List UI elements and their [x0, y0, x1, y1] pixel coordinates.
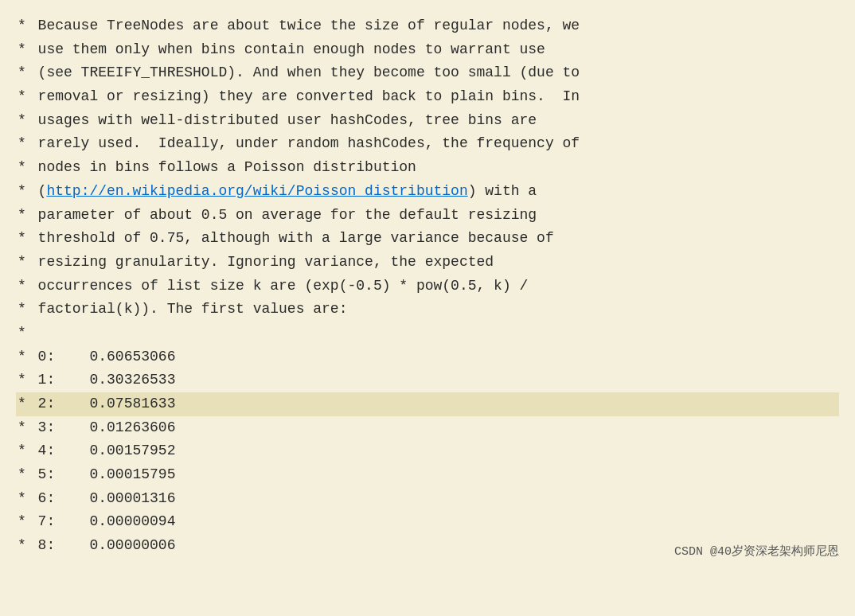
bottom-label: CSDN @40岁资深老架构师尼恩	[674, 543, 839, 563]
line-content: 2: 0.07581633	[29, 392, 176, 416]
code-line: * usages with well-distributed user hash…	[16, 109, 839, 133]
line-content: nodes in bins follows a Poisson distribu…	[29, 156, 416, 180]
code-line: * Because TreeNodes are about twice the …	[16, 14, 839, 38]
code-line: * 1: 0.30326533	[16, 368, 839, 392]
poisson-link[interactable]: http://en.wikipedia.org/wiki/Poisson_dis…	[46, 183, 467, 199]
code-line: * removal or resizing) they are converte…	[16, 85, 839, 109]
code-line: * factorial(k)). The first values are:	[16, 298, 839, 322]
line-star: *	[18, 392, 26, 416]
code-line: * rarely used. Ideally, under random has…	[16, 132, 839, 156]
line-star: *	[18, 14, 26, 38]
line-star: *	[18, 322, 26, 345]
line-star: *	[18, 275, 26, 298]
code-line: * 4: 0.00157952	[16, 439, 839, 463]
code-line: * 0: 0.60653066	[16, 345, 839, 369]
code-block: * Because TreeNodes are about twice the …	[0, 0, 855, 572]
line-content: use them only when bins contain enough n…	[29, 38, 545, 62]
line-content: factorial(k)). The first values are:	[29, 298, 348, 322]
code-line: * 6: 0.00001316	[16, 487, 839, 511]
line-star: *	[18, 534, 26, 558]
line-star: *	[18, 416, 26, 440]
line-star: *	[18, 85, 26, 109]
code-line: * resizing granularity. Ignoring varianc…	[16, 251, 839, 275]
line-star: *	[18, 156, 26, 180]
line-content: 8: 0.00000006	[29, 534, 176, 558]
line-content: 3: 0.01263606	[29, 416, 176, 440]
line-content: (see TREEIFY_THRESHOLD). And when they b…	[29, 61, 580, 85]
line-content: removal or resizing) they are converted …	[29, 85, 580, 109]
code-line: *	[16, 322, 839, 345]
code-line: * (see TREEIFY_THRESHOLD). And when they…	[16, 61, 839, 85]
line-star: *	[18, 180, 26, 204]
line-content: parameter of about 0.5 on average for th…	[29, 204, 537, 228]
line-star: *	[18, 204, 26, 228]
line-star: *	[18, 132, 26, 156]
code-line: * use them only when bins contain enough…	[16, 38, 839, 62]
line-star: *	[18, 251, 26, 275]
line-content: resizing granularity. Ignoring variance,…	[29, 251, 494, 275]
line-star: *	[18, 439, 26, 463]
line-star: *	[18, 368, 26, 392]
code-line: * occurrences of list size k are (exp(-0…	[16, 275, 839, 298]
line-star: *	[18, 463, 26, 487]
code-line: * (http://en.wikipedia.org/wiki/Poisson_…	[16, 180, 839, 204]
line-content: 7: 0.00000094	[29, 510, 176, 534]
line-star: *	[18, 61, 26, 85]
line-content: 4: 0.00157952	[29, 439, 176, 463]
line-content: rarely used. Ideally, under random hashC…	[29, 132, 580, 156]
line-star: *	[18, 510, 26, 534]
line-star: *	[18, 109, 26, 133]
line-content: Because TreeNodes are about twice the si…	[29, 14, 580, 38]
code-line: * 2: 0.07581633	[16, 392, 839, 416]
line-star: *	[18, 227, 26, 251]
line-content: 0: 0.60653066	[29, 345, 176, 369]
line-content: 1: 0.30326533	[29, 368, 176, 392]
line-content: 5: 0.00015795	[29, 463, 176, 487]
line-star: *	[18, 345, 26, 369]
line-content: usages with well-distributed user hashCo…	[29, 109, 537, 133]
code-line: * 7: 0.00000094	[16, 510, 839, 534]
code-line: * 3: 0.01263606	[16, 416, 839, 440]
code-line: * nodes in bins follows a Poisson distri…	[16, 156, 839, 180]
line-star: *	[18, 38, 26, 62]
line-content: 6: 0.00001316	[29, 487, 176, 511]
code-line: * threshold of 0.75, although with a lar…	[16, 227, 839, 251]
line-star: *	[18, 298, 26, 322]
line-content: (http://en.wikipedia.org/wiki/Poisson_di…	[29, 180, 537, 204]
line-content: threshold of 0.75, although with a large…	[29, 227, 554, 251]
line-content: occurrences of list size k are (exp(-0.5…	[29, 275, 529, 298]
code-line: * 5: 0.00015795	[16, 463, 839, 487]
line-star: *	[18, 487, 26, 511]
code-line: * parameter of about 0.5 on average for …	[16, 204, 839, 228]
